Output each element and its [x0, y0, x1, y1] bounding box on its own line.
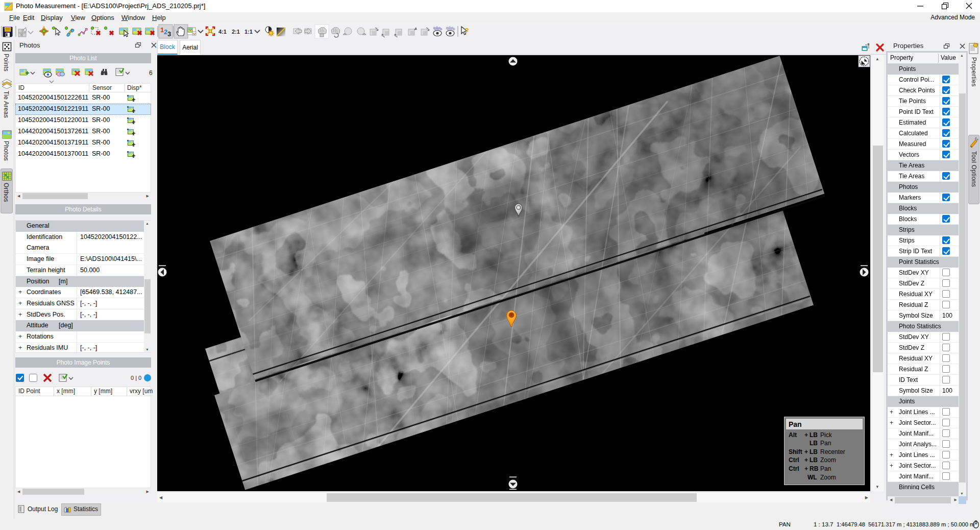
svg-text:+: +: [804, 456, 808, 464]
svg-text:Ctrl: Ctrl: [789, 456, 799, 464]
svg-text:Alt: Alt: [789, 431, 797, 439]
svg-text:WL: WL: [807, 474, 817, 481]
svg-text:1:1: 1:1: [244, 29, 253, 35]
svg-text:+: +: [804, 465, 808, 472]
svg-text:Ctrl: Ctrl: [789, 465, 799, 472]
svg-text:RB: RB: [810, 465, 819, 472]
svg-text:3: 3: [167, 30, 171, 38]
svg-text:+: +: [804, 431, 808, 439]
svg-text:LB: LB: [810, 431, 818, 439]
svg-text:Pick: Pick: [820, 431, 832, 439]
svg-text:LB: LB: [810, 448, 818, 455]
svg-text:Recenter: Recenter: [820, 448, 845, 455]
svg-text:Pan: Pan: [820, 465, 831, 472]
svg-text:Pan: Pan: [789, 420, 802, 428]
svg-text:2:1: 2:1: [232, 29, 240, 35]
svg-text:Shift: Shift: [789, 448, 802, 455]
svg-text:+: +: [804, 448, 808, 455]
svg-text:LB: LB: [810, 456, 818, 464]
svg-text:4:1: 4:1: [218, 29, 227, 35]
svg-text:6: 6: [149, 69, 153, 77]
svg-text:Zoom: Zoom: [820, 456, 836, 464]
svg-text:Zoom: Zoom: [820, 474, 836, 481]
svg-text:0 | 0: 0 | 0: [131, 375, 141, 381]
svg-text:LB: LB: [810, 440, 818, 447]
svg-text:Pan: Pan: [820, 440, 831, 447]
svg-text:?: ?: [464, 27, 469, 35]
